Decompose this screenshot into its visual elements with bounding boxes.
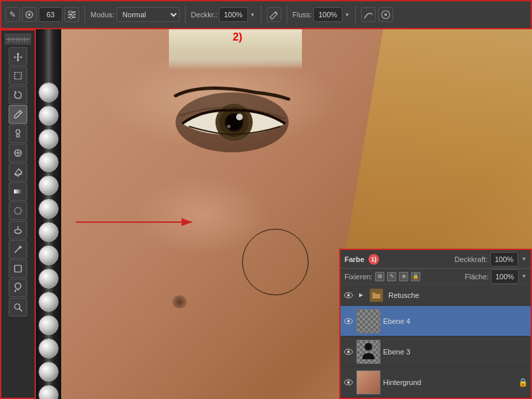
fix-icon-move[interactable]: ⊕ xyxy=(399,272,408,281)
layer-eye-retusche[interactable] xyxy=(343,290,354,301)
layers-header-controls: Deckkraft: ▼ xyxy=(455,252,527,267)
brush-tool-btn[interactable] xyxy=(9,105,27,124)
pen-tool-btn[interactable] xyxy=(9,240,27,259)
pearl-7 xyxy=(39,222,59,242)
svg-point-10 xyxy=(384,13,387,16)
smoothing-icon[interactable] xyxy=(361,7,376,22)
zoom-tool-btn[interactable] xyxy=(9,298,27,317)
deckraft-panel-input[interactable] xyxy=(490,252,518,267)
pearl-1 xyxy=(39,82,59,102)
shape-tool-btn[interactable] xyxy=(9,259,27,278)
move-tool-btn[interactable] xyxy=(9,47,27,66)
svg-point-8 xyxy=(275,12,277,14)
sep2 xyxy=(185,5,186,24)
fix-icon-brush[interactable]: ✎ xyxy=(387,272,396,281)
deckraft-input[interactable] xyxy=(219,7,248,22)
svg-point-27 xyxy=(15,229,21,233)
brush-settings-icon[interactable] xyxy=(65,7,79,22)
cheek-highlight xyxy=(136,176,269,255)
svg-point-43 xyxy=(347,294,350,297)
layers-panel: Farbe 1) Deckkraft: ▼ Fixieren: ⊞ ✎ ⊕ 🔒 … xyxy=(339,249,532,399)
brush-size-input[interactable]: 63 xyxy=(39,7,63,22)
sep1 xyxy=(84,5,85,24)
layer-ebene4[interactable]: Ebene 4 xyxy=(340,306,531,336)
fluss-arrow[interactable]: ▼ xyxy=(344,12,350,18)
sep4 xyxy=(287,5,287,24)
fixieren-label: Fixieren: xyxy=(344,273,372,281)
eyedropper-tool-btn[interactable] xyxy=(9,279,27,297)
folder-triangle xyxy=(356,291,366,300)
flaeche-input[interactable] xyxy=(491,269,519,284)
layer-hintergrund[interactable]: Hintergrund 🔒 xyxy=(340,367,531,398)
deckraft-group: Deckkr.: ▼ xyxy=(191,7,255,22)
extra-options-icon[interactable] xyxy=(378,7,393,22)
layer-ebene4-name: Ebene 4 xyxy=(383,317,528,325)
svg-line-30 xyxy=(15,290,16,292)
svg-point-39 xyxy=(227,125,231,128)
blur-tool-btn[interactable] xyxy=(9,201,27,220)
svg-line-32 xyxy=(19,309,22,311)
ruler xyxy=(5,33,31,45)
nose-mole xyxy=(172,295,187,309)
toolbar: ✎ 63 Modus: Normal Multiplizieren Abwede xyxy=(0,0,532,29)
deckraft-label: Deckkr.: xyxy=(191,11,217,19)
selection-tool-btn[interactable] xyxy=(9,66,27,85)
gradient-tool-btn[interactable] xyxy=(9,182,27,201)
modus-label: Modus: xyxy=(90,11,114,19)
svg-point-38 xyxy=(236,114,243,120)
flaeche-arrow[interactable]: ▼ xyxy=(521,273,527,279)
pearl-3 xyxy=(39,129,59,149)
layer-ebene3-name: Ebene 3 xyxy=(383,348,528,356)
fix-icon-grid[interactable]: ⊞ xyxy=(375,272,384,281)
flaeche-label: Fläche: xyxy=(465,273,489,281)
layers-title: Farbe xyxy=(344,255,364,263)
brush-icon[interactable]: ✎ xyxy=(5,7,20,22)
brush-size-indicator[interactable] xyxy=(22,7,37,22)
fluss-input[interactable] xyxy=(313,7,342,22)
fixieren-row: Fixieren: ⊞ ✎ ⊕ 🔒 Fläche: ▼ xyxy=(340,269,531,285)
svg-rect-11 xyxy=(6,39,30,40)
svg-rect-29 xyxy=(15,265,21,272)
stamp-tool-btn[interactable] xyxy=(9,124,27,143)
deckraft-panel-arrow[interactable]: ▼ xyxy=(521,256,527,262)
eye-svg xyxy=(162,76,309,162)
svg-point-49 xyxy=(364,342,372,350)
sep3 xyxy=(261,5,261,24)
modus-group: Modus: Normal Multiplizieren Abwedeln xyxy=(90,7,180,22)
pearl-11 xyxy=(39,315,59,335)
fluss-group: Fluss: ▼ xyxy=(293,7,350,22)
pearl-9 xyxy=(39,269,59,289)
deckraft-panel-label: Deckkraft: xyxy=(455,255,488,263)
pearl-5 xyxy=(39,176,59,196)
layer-ebene3[interactable]: Ebene 3 xyxy=(340,336,531,367)
svg-rect-25 xyxy=(14,190,22,194)
layer-eye-ebene4[interactable] xyxy=(343,316,354,327)
svg-point-5 xyxy=(69,11,72,13)
layer-retusche[interactable]: Retusche xyxy=(340,285,531,306)
svg-point-6 xyxy=(72,13,74,16)
layers-header: Farbe 1) Deckkraft: ▼ xyxy=(340,250,531,269)
pearl-2 xyxy=(39,106,59,126)
svg-point-51 xyxy=(347,381,350,384)
modus-select[interactable]: Normal Multiplizieren Abwedeln xyxy=(116,7,180,22)
folder-icon xyxy=(370,289,383,302)
lasso-tool-btn[interactable] xyxy=(9,86,27,104)
svg-point-1 xyxy=(28,13,31,16)
eraser-tool-btn[interactable] xyxy=(9,163,27,182)
layer-eye-ebene3[interactable] xyxy=(343,346,354,357)
fix-icon-lock[interactable]: 🔒 xyxy=(411,272,420,281)
svg-point-7 xyxy=(70,16,72,19)
svg-point-26 xyxy=(15,207,21,214)
layer-eye-hintergrund[interactable] xyxy=(343,377,354,388)
svg-point-48 xyxy=(347,350,350,353)
svg-point-31 xyxy=(15,304,20,309)
pearl-8 xyxy=(39,245,59,265)
layer-hintergrund-name: Hintergrund xyxy=(383,378,515,386)
pearl-13 xyxy=(39,362,59,382)
layer-retusche-name: Retusche xyxy=(388,291,528,299)
dodge-tool-btn[interactable] xyxy=(9,221,27,239)
airbrush-icon[interactable] xyxy=(267,7,281,22)
heal-tool-btn[interactable] xyxy=(9,144,27,162)
fluss-label: Fluss: xyxy=(293,11,312,19)
deckraft-arrow[interactable]: ▼ xyxy=(250,12,255,18)
